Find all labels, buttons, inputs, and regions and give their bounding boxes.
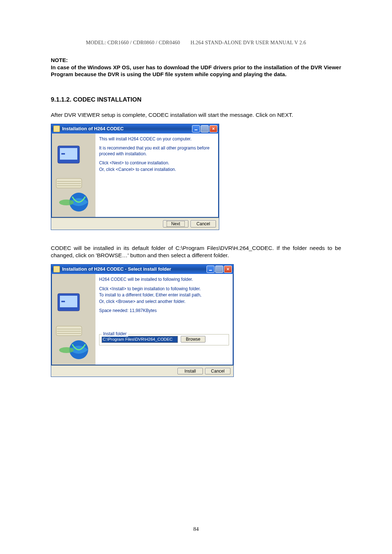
installer-icon <box>53 126 60 132</box>
wizard-graphic <box>52 134 95 217</box>
install-path-input[interactable]: C:\Program Files\DVR\H264_CODEC <box>102 336 178 343</box>
window-title: Installation of H264 CODEC <box>62 126 191 131</box>
note-block: NOTE: In case of the Windows XP OS, user… <box>51 57 341 78</box>
dialog1-line1: This will install H264 CODEC on your com… <box>99 136 215 142</box>
titlebar[interactable]: Installation of H264 CODEC - Select inst… <box>51 264 233 274</box>
titlebar[interactable]: Installation of H264 CODEC × <box>51 124 219 134</box>
dialog2-line1: H264 CODEC will be installed to followin… <box>99 277 229 283</box>
dialog2-space: Space needed: 11,987KBytes <box>99 308 229 314</box>
cancel-button[interactable]: Cancel <box>205 368 230 374</box>
install-button[interactable]: Install <box>177 368 203 374</box>
dialog1-line4: Or, click <Cancel> to cancel installatio… <box>99 167 215 173</box>
dialog2-line3: To install to a different folder, Either… <box>99 292 229 298</box>
svg-point-17 <box>59 347 74 353</box>
installer-dialog-1: Installation of H264 CODEC × <box>51 124 219 230</box>
section-title: 9.1.1.2. CODEC INSTALLATION <box>51 96 341 103</box>
svg-rect-11 <box>61 301 65 302</box>
note-label: NOTE: <box>51 57 68 63</box>
paragraph-1: After DVR VIEWER setup is complete, CODE… <box>51 111 341 119</box>
cancel-button[interactable]: Cancel <box>191 220 216 227</box>
page-header: MODEL: CDR1660 / CDR0860 / CDR0460 H.264… <box>51 40 341 46</box>
next-button[interactable]: Next <box>163 220 188 227</box>
svg-point-8 <box>59 200 74 205</box>
dialog1-line2: It is recommended that you exit all othe… <box>99 145 215 157</box>
header-model: MODEL: CDR1660 / CDR0860 / CDR0460 <box>86 40 180 46</box>
dialog1-line3: Click <Next> to continue installation. <box>99 160 215 166</box>
svg-rect-12 <box>56 326 82 336</box>
installer-dialog-2: Installation of H264 CODEC - Select inst… <box>51 264 234 377</box>
close-button[interactable]: × <box>224 266 232 273</box>
close-button[interactable]: × <box>209 125 217 132</box>
note-body: In case of the Windows XP OS, user has t… <box>51 64 341 78</box>
header-title: H.264 STAND-ALONE DVR USER MANUAL V 2.6 <box>191 40 306 46</box>
svg-rect-3 <box>56 178 82 188</box>
minimize-button[interactable] <box>192 125 200 132</box>
window-title: Installation of H264 CODEC - Select inst… <box>62 266 206 272</box>
install-folder-group: Install folder C:\Program Files\DVR\H264… <box>99 334 229 345</box>
paragraph-2: CODEC will be installed in its default f… <box>51 245 341 259</box>
svg-rect-2 <box>61 153 65 155</box>
dialog2-line2: Click <Install> to begin installation to… <box>99 286 229 292</box>
install-folder-label: Install folder <box>102 331 128 337</box>
dialog2-line4: Or, click <Browse> and select another fo… <box>99 299 229 305</box>
minimize-button[interactable] <box>207 266 215 273</box>
browse-button[interactable]: Browse <box>181 336 205 342</box>
installer-icon <box>53 266 60 272</box>
wizard-graphic <box>52 274 95 365</box>
page-number: 84 <box>0 526 392 532</box>
maximize-button <box>201 125 209 132</box>
maximize-button <box>215 266 223 273</box>
